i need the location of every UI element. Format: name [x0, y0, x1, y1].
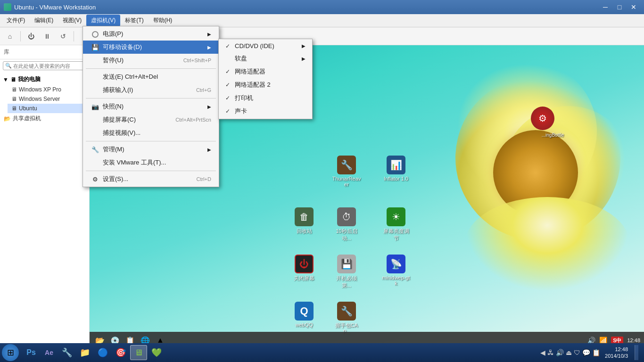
toolbar-restart-button[interactable]: ↺ — [56, 30, 70, 43]
menu-help[interactable]: 帮助(H) — [149, 15, 177, 26]
desktop-icon-brightness[interactable]: ☀ 屏幕亮度调节 — [380, 206, 413, 244]
tray-volume-icon[interactable]: 🔊 — [556, 349, 564, 356]
tray-network-icon[interactable]: 🖧 — [547, 349, 554, 356]
winxp-label: Windows XP Pro — [19, 86, 61, 93]
submenu-soundcard-item[interactable]: ✓ 声卡 — [219, 105, 312, 118]
menu-view[interactable]: 视图(V) — [58, 15, 86, 26]
taskbar-apps: Ps Ae 🔧 📁 🔵 🎯 🖥 💚 — [19, 345, 537, 360]
desktop-icon-trash[interactable]: 🗑 回收站 — [288, 206, 321, 237]
tree-item-ubuntu[interactable]: 🖥 Ubuntu — [8, 104, 89, 113]
power-submenu-arrow: ▶ — [207, 32, 211, 37]
ubuntu-time: 12:48 — [627, 337, 640, 343]
taskbar-tool-icon[interactable]: 🔧 — [58, 345, 75, 360]
tray-arrow-icon[interactable]: ◀ — [540, 349, 545, 356]
printer-check-icon: ✓ — [225, 95, 233, 101]
soundcard-check-icon: ✓ — [225, 108, 233, 115]
titlebar-controls[interactable]: ─ □ ✕ — [599, 2, 640, 12]
search-input[interactable] — [13, 63, 74, 69]
install-menu-icon — [91, 159, 100, 166]
settings-item-label: 设置(S)... — [103, 175, 128, 183]
pause-shortcut: Ctrl+Shift+P — [183, 58, 211, 63]
taskbar-app2-icon[interactable]: 🔵 — [94, 345, 111, 360]
ubuntu-icon: 🖥 — [11, 105, 17, 112]
menu-manage-item[interactable]: 🔧 管理(M) ▶ — [83, 143, 219, 156]
submenu-netadapter2-item[interactable]: ✓ 网络适配器 2 — [219, 78, 312, 91]
tray-msg-icon[interactable]: 💬 — [582, 349, 590, 356]
capture-item-label: 捕获输入(I) — [103, 86, 133, 94]
tree-item-shared[interactable]: 📂 共享虚拟机 — [0, 113, 89, 124]
desktop-icon-minidwep[interactable]: 📡 minidwep-gtk — [380, 253, 413, 288]
menu-capturevideo-item[interactable]: 捕捉视频(V)... — [83, 126, 219, 140]
toolbar-separator-2 — [74, 31, 74, 41]
search-box[interactable]: 🔍 — [3, 61, 86, 70]
menu-pause-item[interactable]: 暂停(U) Ctrl+Shift+P — [83, 54, 219, 67]
toolbar-suspend-button[interactable]: ⏸ — [40, 30, 54, 43]
tree-item-winserver[interactable]: 🖥 Windows Server — [8, 94, 89, 104]
windows-clock[interactable]: 12:48 2014/10/3 — [602, 346, 631, 359]
start-button[interactable]: ⊞ — [2, 344, 19, 361]
toolbar-home-button[interactable]: ⌂ — [3, 30, 17, 43]
win-time: 12:48 — [605, 346, 628, 353]
desktop-icon-closescreen[interactable]: ⏻ 关闭屏幕 — [288, 253, 321, 284]
window-title: Ubuntu - VMware Workstation — [14, 4, 96, 11]
tree-mycomputer[interactable]: ▼ 🖥 我的电脑 — [0, 74, 89, 85]
maximize-button[interactable]: □ — [613, 2, 626, 12]
vm-tree: ▼ 🖥 我的电脑 🖥 Windows XP Pro 🖥 Windows Serv… — [0, 72, 89, 349]
menu-settings-item[interactable]: ⚙ 设置(S)... Ctrl+D — [83, 173, 219, 186]
tree-item-winxp[interactable]: 🖥 Windows XP Pro — [8, 85, 89, 94]
manage-item-label: 管理(M) — [103, 145, 124, 154]
pause-item-label: 暂停(U) — [103, 56, 124, 65]
toolbar-separator-1 — [20, 31, 21, 41]
menu-snapshot-item[interactable]: 📷 快照(N) ▶ — [83, 100, 219, 113]
desktop-icon-thunar[interactable]: 🔧 ThunarReaver — [330, 154, 363, 189]
submenu-netadapter-item[interactable]: ✓ 网络适配器 — [219, 65, 312, 78]
manage-submenu-arrow: ▶ — [207, 147, 211, 152]
soundcard-item-label: 声卡 — [235, 107, 247, 115]
tray-usb-icon[interactable]: ⏏ — [566, 349, 572, 356]
submenu-floppy-item[interactable]: 软盘 ▶ — [219, 52, 312, 65]
devices-submenu-arrow: ▶ — [207, 45, 211, 50]
screenshot-item-label: 捕捉屏幕(C) — [103, 115, 136, 124]
close-button[interactable]: ✕ — [627, 2, 640, 12]
taskbar-explorer-icon[interactable]: 📁 — [76, 345, 93, 360]
menu-file[interactable]: 文件(F) — [2, 15, 30, 26]
taskbar-app4-icon[interactable]: 💚 — [148, 345, 165, 360]
menu-capture-item[interactable]: 捕获输入(I) Ctrl+G — [83, 83, 219, 97]
desktop-icon-autostart[interactable]: 💾 开机必须第... — [330, 253, 363, 291]
desktop-icon-webqq[interactable]: Q webQQ — [288, 300, 321, 329]
taskbar-photoshop-icon[interactable]: Ps — [23, 345, 40, 360]
menu-separator-2 — [86, 98, 216, 99]
desktop-icon-10s[interactable]: ⏱ 10秒后启动... — [330, 206, 363, 244]
menu-virtual[interactable]: 虚拟机(V) — [86, 15, 120, 26]
menu-tab[interactable]: 标签(T) — [120, 15, 148, 26]
cddvd-item-label: CD/DVD (IDE) — [235, 42, 274, 49]
menu-power-item[interactable]: 电源(P) ▶ — [83, 27, 219, 41]
screenshot-menu-icon — [91, 116, 100, 123]
snapshot-submenu-arrow: ▶ — [207, 104, 211, 109]
minimize-button[interactable]: ─ — [599, 2, 612, 12]
menu-edit[interactable]: 编辑(E) — [30, 15, 58, 26]
menu-send-item[interactable]: 发送(E) Ctrl+Alt+Del — [83, 70, 219, 83]
winxp-icon: 🖥 — [11, 86, 17, 93]
settings-shortcut: Ctrl+D — [197, 176, 211, 182]
tray-security-icon[interactable]: 🛡 — [574, 349, 580, 356]
toolbar-power-button[interactable]: ⏻ — [24, 30, 38, 43]
taskbar-app3-icon[interactable]: 🎯 — [112, 345, 129, 360]
pause-menu-icon — [91, 57, 100, 64]
desktop-icon-cap[interactable]: 🔧 握手包CAP... — [330, 300, 363, 337]
tray-extra-icon[interactable]: 📋 — [592, 349, 600, 356]
menu-devices-item[interactable]: 💾 可移动设备(D) ▶ — [83, 41, 219, 54]
taskbar-ae-icon[interactable]: Ae — [41, 345, 58, 360]
menu-screenshot-item[interactable]: 捕捉屏幕(C) Ctrl+Alt+PrtScn — [83, 113, 219, 126]
submenu-cddvd-item[interactable]: ✓ CD/DVD (IDE) ▶ — [219, 40, 312, 52]
taskbar-vmware-icon[interactable]: 🖥 — [130, 345, 147, 360]
shared-icon: 📂 — [4, 115, 11, 122]
show-desktop-button[interactable] — [635, 345, 638, 360]
submenu-printer-item[interactable]: ✓ 打印机 — [219, 91, 312, 105]
menu-separator-1 — [86, 68, 216, 69]
cddvd-check-icon: ✓ — [225, 43, 233, 49]
menu-install-tools-item[interactable]: 安装 VMware 工具(T)... — [83, 156, 219, 169]
expand-arrow-icon: ▼ — [3, 76, 8, 83]
manage-menu-icon: 🔧 — [91, 146, 100, 153]
desktop-icon-inflator[interactable]: 📊 Inflator 1.0 — [380, 154, 413, 183]
